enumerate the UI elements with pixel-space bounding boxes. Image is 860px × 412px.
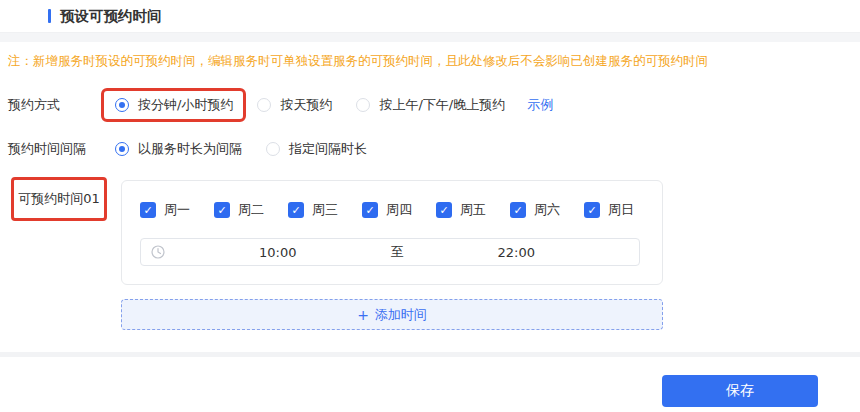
radio-custom-interval[interactable]: 指定间隔时长 <box>266 140 367 158</box>
settings-panel: 注：新增服务时预设的可预约时间，编辑服务时可单独设置服务的可预约时间，且此处修改… <box>0 42 860 352</box>
checkbox-checked-icon[interactable] <box>140 202 156 218</box>
checkbox-saturday-label: 周六 <box>534 201 560 219</box>
header-content-divider <box>0 33 860 42</box>
clock-icon <box>151 245 165 259</box>
checkbox-sunday[interactable]: 周日 <box>584 201 634 219</box>
plus-icon: + <box>357 308 369 322</box>
checkbox-checked-icon[interactable] <box>436 202 452 218</box>
checkbox-wednesday-label: 周三 <box>312 201 338 219</box>
weekday-checkbox-row: 周一 周二 周三 周四 <box>140 201 647 219</box>
end-time-value[interactable]: 22:00 <box>404 245 630 260</box>
booking-interval-label: 预约时间间隔 <box>8 140 101 158</box>
radio-custom-interval-label: 指定间隔时长 <box>289 140 367 158</box>
available-time-label-col: 可预约时间01 <box>8 177 121 221</box>
checkbox-friday[interactable]: 周五 <box>436 201 486 219</box>
checkbox-sunday-label: 周日 <box>608 201 634 219</box>
checkbox-saturday[interactable]: 周六 <box>510 201 560 219</box>
time-range-separator: 至 <box>391 243 404 261</box>
checkbox-checked-icon[interactable] <box>584 202 600 218</box>
checkbox-thursday[interactable]: 周四 <box>362 201 412 219</box>
booking-interval-row: 预约时间间隔 以服务时长为间隔 指定间隔时长 <box>8 140 860 158</box>
available-time-config: 周一 周二 周三 周四 <box>121 177 663 330</box>
checkbox-tuesday[interactable]: 周二 <box>214 201 264 219</box>
add-time-button-label: 添加时间 <box>375 306 427 324</box>
checkbox-friday-label: 周五 <box>460 201 486 219</box>
checkbox-thursday-label: 周四 <box>386 201 412 219</box>
booking-method-row: 预约方式 按分钟/小时预约 按天预约 按上午/下午/晚上预约 示例 <box>8 88 860 122</box>
checkbox-wednesday[interactable]: 周三 <box>288 201 338 219</box>
time-range-input[interactable]: 10:00 至 22:00 <box>140 238 640 266</box>
checkbox-monday-label: 周一 <box>164 201 190 219</box>
radio-by-day[interactable]: 按天预约 <box>257 96 332 114</box>
add-time-button[interactable]: + 添加时间 <box>121 299 663 330</box>
radio-selected-icon[interactable] <box>115 142 129 156</box>
title-accent-bar-icon <box>48 9 51 23</box>
radio-selected-icon[interactable] <box>115 98 129 112</box>
radio-by-minute-hour[interactable]: 按分钟/小时预约 <box>115 96 233 114</box>
radio-unselected-icon[interactable] <box>356 98 370 112</box>
annotation-red-box: 按分钟/小时预约 <box>101 88 246 122</box>
checkbox-checked-icon[interactable] <box>362 202 378 218</box>
checkbox-checked-icon[interactable] <box>510 202 526 218</box>
checkbox-checked-icon[interactable] <box>214 202 230 218</box>
radio-service-duration-label: 以服务时长为间隔 <box>138 140 242 158</box>
example-link[interactable]: 示例 <box>527 96 553 114</box>
booking-method-label: 预约方式 <box>8 96 101 114</box>
radio-by-period[interactable]: 按上午/下午/晚上预约 <box>356 96 505 114</box>
checkbox-checked-icon[interactable] <box>288 202 304 218</box>
start-time-value[interactable]: 10:00 <box>165 245 391 260</box>
checkbox-monday[interactable]: 周一 <box>140 201 190 219</box>
radio-by-day-label: 按天预约 <box>280 96 332 114</box>
time-slot-panel: 周一 周二 周三 周四 <box>121 180 663 285</box>
available-time-label: 可预约时间01 <box>11 177 107 221</box>
save-button[interactable]: 保存 <box>662 375 818 407</box>
radio-by-minute-hour-label: 按分钟/小时预约 <box>138 96 233 114</box>
checkbox-tuesday-label: 周二 <box>238 201 264 219</box>
footer-bar: 保存 <box>0 357 860 412</box>
note-text: 注：新增服务时预设的可预约时间，编辑服务时可单独设置服务的可预约时间，且此处修改… <box>8 52 860 70</box>
available-time-section: 可预约时间01 周一 周二 周三 <box>8 177 860 330</box>
section-header: 预设可预约时间 <box>0 0 860 33</box>
radio-unselected-icon[interactable] <box>266 142 280 156</box>
radio-unselected-icon[interactable] <box>257 98 271 112</box>
radio-by-period-label: 按上午/下午/晚上预约 <box>379 96 505 114</box>
radio-service-duration[interactable]: 以服务时长为间隔 <box>115 140 242 158</box>
page-title: 预设可预约时间 <box>60 7 162 26</box>
